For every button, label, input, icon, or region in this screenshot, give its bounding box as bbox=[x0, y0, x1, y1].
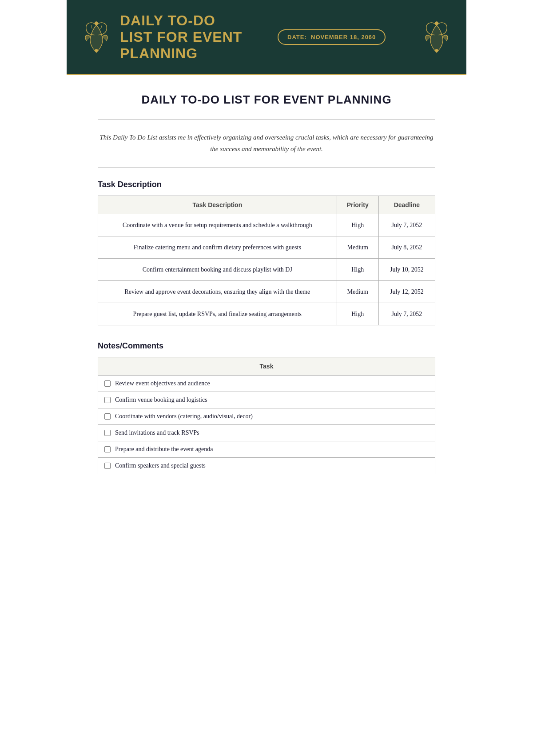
checkbox-icon[interactable] bbox=[104, 463, 111, 469]
list-item: Review event objectives and audience bbox=[98, 376, 435, 392]
deadline-cell: July 10, 2052 bbox=[378, 259, 435, 281]
notes-task-cell: Coordinate with vendors (catering, audio… bbox=[98, 408, 435, 425]
notes-col-task: Task bbox=[98, 357, 435, 376]
col-task: Task Description bbox=[98, 196, 337, 214]
description-text: This Daily To Do List assists me in effe… bbox=[98, 132, 435, 155]
svg-point-3 bbox=[435, 22, 438, 25]
checkbox-icon[interactable] bbox=[104, 446, 111, 452]
notes-task-cell: Confirm venue booking and logistics bbox=[98, 392, 435, 408]
notes-task-label: Send invitations and track RSVPs bbox=[115, 429, 199, 436]
svg-point-0 bbox=[95, 49, 97, 52]
deadline-cell: July 7, 2052 bbox=[378, 214, 435, 236]
table-row: Confirm entertainment booking and discus… bbox=[98, 259, 435, 281]
priority-cell: High bbox=[337, 303, 378, 325]
list-item: Coordinate with vendors (catering, audio… bbox=[98, 408, 435, 425]
checkbox-icon[interactable] bbox=[104, 430, 111, 436]
priority-cell: Medium bbox=[337, 281, 378, 303]
left-ornament-icon bbox=[81, 17, 112, 57]
priority-cell: Medium bbox=[337, 236, 378, 259]
task-section-title: Task Description bbox=[98, 180, 435, 189]
header-title: DAILY TO-DO LIST FOR EVENT PLANNING bbox=[120, 12, 242, 61]
task-cell: Coordinate with a venue for setup requir… bbox=[98, 214, 337, 236]
table-row: Coordinate with a venue for setup requir… bbox=[98, 214, 435, 236]
task-cell: Confirm entertainment booking and discus… bbox=[98, 259, 337, 281]
deadline-cell: July 8, 2052 bbox=[378, 236, 435, 259]
top-divider bbox=[98, 119, 435, 120]
priority-cell: High bbox=[337, 214, 378, 236]
deadline-cell: July 7, 2052 bbox=[378, 303, 435, 325]
header-left: DAILY TO-DO LIST FOR EVENT PLANNING bbox=[81, 12, 242, 61]
date-badge: DATE: NOVEMBER 18, 2060 bbox=[278, 29, 386, 45]
task-table: Task Description Priority Deadline Coord… bbox=[98, 196, 435, 325]
checkbox-icon[interactable] bbox=[104, 380, 111, 387]
task-cell: Finalize catering menu and confirm dieta… bbox=[98, 236, 337, 259]
notes-task-cell: Send invitations and track RSVPs bbox=[98, 425, 435, 441]
notes-task-cell: Prepare and distribute the event agenda bbox=[98, 441, 435, 458]
list-item: Prepare and distribute the event agenda bbox=[98, 441, 435, 458]
header-title-block: DAILY TO-DO LIST FOR EVENT PLANNING bbox=[120, 12, 242, 61]
svg-point-1 bbox=[95, 22, 98, 25]
bottom-divider bbox=[98, 167, 435, 168]
table-row: Finalize catering menu and confirm dieta… bbox=[98, 236, 435, 259]
list-item: Send invitations and track RSVPs bbox=[98, 425, 435, 441]
priority-cell: High bbox=[337, 259, 378, 281]
notes-task-cell: Confirm speakers and special guests bbox=[98, 458, 435, 474]
notes-table: Task Review event objectives and audienc… bbox=[98, 357, 435, 474]
notes-section-title: Notes/Comments bbox=[98, 341, 435, 351]
notes-task-cell: Review event objectives and audience bbox=[98, 376, 435, 392]
notes-task-label: Confirm venue booking and logistics bbox=[115, 396, 207, 404]
main-content: DAILY TO-DO LIST FOR EVENT PLANNING This… bbox=[67, 75, 466, 496]
list-item: Confirm speakers and special guests bbox=[98, 458, 435, 474]
checkbox-icon[interactable] bbox=[104, 413, 111, 420]
task-cell: Prepare guest list, update RSVPs, and fi… bbox=[98, 303, 337, 325]
notes-table-header-row: Task bbox=[98, 357, 435, 376]
list-item: Confirm venue booking and logistics bbox=[98, 392, 435, 408]
task-cell: Review and approve event decorations, en… bbox=[98, 281, 337, 303]
table-row: Review and approve event decorations, en… bbox=[98, 281, 435, 303]
notes-task-label: Prepare and distribute the event agenda bbox=[115, 446, 213, 453]
svg-point-2 bbox=[435, 49, 438, 52]
right-ornament-icon bbox=[421, 17, 452, 57]
table-row: Prepare guest list, update RSVPs, and fi… bbox=[98, 303, 435, 325]
deadline-cell: July 12, 2052 bbox=[378, 281, 435, 303]
checkbox-icon[interactable] bbox=[104, 397, 111, 403]
notes-task-label: Coordinate with vendors (catering, audio… bbox=[115, 413, 253, 420]
col-priority: Priority bbox=[337, 196, 378, 214]
col-deadline: Deadline bbox=[378, 196, 435, 214]
notes-task-label: Review event objectives and audience bbox=[115, 380, 210, 387]
header: DAILY TO-DO LIST FOR EVENT PLANNING DATE… bbox=[67, 0, 466, 75]
notes-task-label: Confirm speakers and special guests bbox=[115, 462, 206, 469]
task-table-header-row: Task Description Priority Deadline bbox=[98, 196, 435, 214]
page-title: DAILY TO-DO LIST FOR EVENT PLANNING bbox=[98, 93, 435, 107]
